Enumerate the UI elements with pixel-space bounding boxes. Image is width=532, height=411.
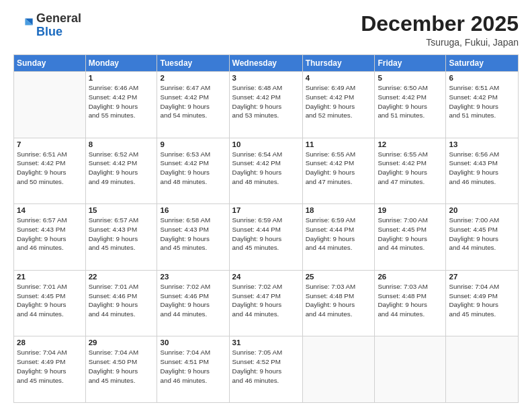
calendar-day-cell: 5Sunrise: 6:50 AM Sunset: 4:42 PM Daylig…: [375, 72, 446, 138]
logo-icon: [15, 15, 34, 34]
day-of-week-header: Wednesday: [229, 55, 302, 72]
calendar-day-cell: [14, 72, 86, 138]
calendar-day-cell: 21Sunrise: 7:01 AM Sunset: 4:45 PM Dayli…: [14, 270, 86, 336]
day-number: 30: [160, 338, 226, 347]
day-info: Sunrise: 7:03 AM Sunset: 4:48 PM Dayligh…: [306, 282, 372, 319]
day-of-week-header: Friday: [375, 55, 446, 72]
day-info: Sunrise: 6:54 AM Sunset: 4:42 PM Dayligh…: [232, 150, 300, 187]
calendar-day-cell: 27Sunrise: 7:04 AM Sunset: 4:49 PM Dayli…: [446, 270, 519, 336]
day-info: Sunrise: 6:58 AM Sunset: 4:43 PM Dayligh…: [160, 216, 226, 253]
day-info: Sunrise: 6:52 AM Sunset: 4:42 PM Dayligh…: [89, 150, 154, 187]
day-info: Sunrise: 6:47 AM Sunset: 4:42 PM Dayligh…: [160, 83, 226, 120]
day-info: Sunrise: 6:57 AM Sunset: 4:43 PM Dayligh…: [17, 216, 83, 253]
calendar-day-cell: 22Sunrise: 7:01 AM Sunset: 4:46 PM Dayli…: [85, 270, 157, 336]
day-info: Sunrise: 6:59 AM Sunset: 4:44 PM Dayligh…: [232, 216, 300, 253]
calendar-day-cell: 30Sunrise: 7:04 AM Sunset: 4:51 PM Dayli…: [157, 336, 229, 403]
calendar-day-cell: 15Sunrise: 6:57 AM Sunset: 4:43 PM Dayli…: [85, 204, 157, 271]
day-info: Sunrise: 6:53 AM Sunset: 4:42 PM Dayligh…: [160, 150, 226, 187]
calendar-day-cell: 28Sunrise: 7:04 AM Sunset: 4:49 PM Dayli…: [14, 336, 86, 403]
day-info: Sunrise: 6:57 AM Sunset: 4:43 PM Dayligh…: [89, 216, 154, 253]
calendar-day-cell: 14Sunrise: 6:57 AM Sunset: 4:43 PM Dayli…: [14, 204, 86, 271]
day-info: Sunrise: 7:04 AM Sunset: 4:51 PM Dayligh…: [160, 348, 226, 385]
day-number: 4: [306, 74, 372, 82]
day-info: Sunrise: 6:48 AM Sunset: 4:42 PM Dayligh…: [232, 83, 300, 120]
day-number: 10: [232, 140, 300, 148]
calendar-week-row: 1Sunrise: 6:46 AM Sunset: 4:42 PM Daylig…: [14, 72, 519, 138]
day-info: Sunrise: 7:00 AM Sunset: 4:45 PM Dayligh…: [378, 216, 443, 253]
calendar-day-cell: 25Sunrise: 7:03 AM Sunset: 4:48 PM Dayli…: [302, 270, 375, 336]
page: General Blue December 2025 Tsuruga, Fuku…: [0, 0, 532, 411]
day-number: 16: [160, 206, 226, 214]
month-title: December 2025: [361, 12, 519, 36]
day-number: 12: [378, 140, 443, 148]
calendar-week-row: 7Sunrise: 6:51 AM Sunset: 4:42 PM Daylig…: [14, 138, 519, 204]
calendar-day-cell: 3Sunrise: 6:48 AM Sunset: 4:42 PM Daylig…: [229, 72, 302, 138]
calendar-table: SundayMondayTuesdayWednesdayThursdayFrid…: [13, 54, 519, 403]
calendar-day-cell: 16Sunrise: 6:58 AM Sunset: 4:43 PM Dayli…: [157, 204, 229, 271]
calendar-day-cell: [446, 336, 519, 403]
day-info: Sunrise: 7:04 AM Sunset: 4:49 PM Dayligh…: [17, 348, 83, 385]
day-number: 22: [89, 273, 154, 281]
day-info: Sunrise: 7:02 AM Sunset: 4:47 PM Dayligh…: [232, 282, 300, 319]
calendar-day-cell: 10Sunrise: 6:54 AM Sunset: 4:42 PM Dayli…: [229, 138, 302, 204]
day-info: Sunrise: 6:59 AM Sunset: 4:44 PM Dayligh…: [306, 216, 372, 253]
day-of-week-header: Thursday: [302, 55, 375, 72]
day-info: Sunrise: 6:51 AM Sunset: 4:42 PM Dayligh…: [17, 150, 83, 187]
day-number: 15: [89, 206, 154, 214]
day-info: Sunrise: 6:55 AM Sunset: 4:42 PM Dayligh…: [378, 150, 443, 187]
calendar-header-row: SundayMondayTuesdayWednesdayThursdayFrid…: [14, 55, 519, 72]
logo-blue-text: Blue: [36, 25, 62, 38]
calendar-day-cell: 13Sunrise: 6:56 AM Sunset: 4:43 PM Dayli…: [446, 138, 519, 204]
calendar-day-cell: 11Sunrise: 6:55 AM Sunset: 4:42 PM Dayli…: [302, 138, 375, 204]
day-info: Sunrise: 7:05 AM Sunset: 4:52 PM Dayligh…: [232, 348, 300, 385]
day-number: 20: [449, 206, 515, 214]
day-info: Sunrise: 7:01 AM Sunset: 4:46 PM Dayligh…: [89, 282, 154, 319]
calendar-day-cell: 26Sunrise: 7:03 AM Sunset: 4:48 PM Dayli…: [375, 270, 446, 336]
day-number: 21: [17, 273, 83, 281]
day-number: 19: [378, 206, 443, 214]
day-number: 25: [306, 273, 372, 281]
day-number: 14: [17, 206, 83, 214]
day-number: 8: [89, 140, 154, 148]
day-number: 6: [449, 74, 515, 82]
day-number: 7: [17, 140, 83, 148]
calendar-day-cell: 19Sunrise: 7:00 AM Sunset: 4:45 PM Dayli…: [375, 204, 446, 271]
calendar-day-cell: 29Sunrise: 7:04 AM Sunset: 4:50 PM Dayli…: [85, 336, 157, 403]
logo-general-text: General: [36, 11, 81, 25]
calendar-day-cell: 6Sunrise: 6:51 AM Sunset: 4:42 PM Daylig…: [446, 72, 519, 138]
day-number: 9: [160, 140, 226, 148]
day-info: Sunrise: 6:49 AM Sunset: 4:42 PM Dayligh…: [306, 83, 372, 120]
calendar-day-cell: [302, 336, 375, 403]
day-of-week-header: Monday: [85, 55, 157, 72]
day-info: Sunrise: 6:51 AM Sunset: 4:42 PM Dayligh…: [449, 83, 515, 120]
day-number: 17: [232, 206, 300, 214]
day-info: Sunrise: 7:00 AM Sunset: 4:45 PM Dayligh…: [449, 216, 515, 253]
day-number: 18: [306, 206, 372, 214]
day-info: Sunrise: 7:04 AM Sunset: 4:50 PM Dayligh…: [89, 348, 154, 385]
calendar-week-row: 14Sunrise: 6:57 AM Sunset: 4:43 PM Dayli…: [14, 204, 519, 271]
title-block: December 2025 Tsuruga, Fukui, Japan: [361, 12, 519, 48]
day-number: 31: [232, 338, 300, 347]
day-of-week-header: Sunday: [14, 55, 86, 72]
header: General Blue December 2025 Tsuruga, Fuku…: [13, 12, 519, 48]
calendar-day-cell: 8Sunrise: 6:52 AM Sunset: 4:42 PM Daylig…: [85, 138, 157, 204]
calendar-day-cell: 7Sunrise: 6:51 AM Sunset: 4:42 PM Daylig…: [14, 138, 86, 204]
calendar-day-cell: 4Sunrise: 6:49 AM Sunset: 4:42 PM Daylig…: [302, 72, 375, 138]
calendar-day-cell: 1Sunrise: 6:46 AM Sunset: 4:42 PM Daylig…: [85, 72, 157, 138]
day-info: Sunrise: 6:46 AM Sunset: 4:42 PM Dayligh…: [89, 83, 154, 120]
logo: General Blue: [13, 12, 81, 39]
day-info: Sunrise: 6:50 AM Sunset: 4:42 PM Dayligh…: [378, 83, 443, 120]
calendar-day-cell: 18Sunrise: 6:59 AM Sunset: 4:44 PM Dayli…: [302, 204, 375, 271]
day-number: 23: [160, 273, 226, 281]
day-number: 2: [160, 74, 226, 82]
day-info: Sunrise: 7:01 AM Sunset: 4:45 PM Dayligh…: [17, 282, 83, 319]
location-text: Tsuruga, Fukui, Japan: [361, 37, 519, 48]
day-number: 26: [378, 273, 443, 281]
day-number: 24: [232, 273, 300, 281]
day-number: 28: [17, 338, 83, 347]
day-of-week-header: Saturday: [446, 55, 519, 72]
day-info: Sunrise: 6:56 AM Sunset: 4:43 PM Dayligh…: [449, 150, 515, 187]
day-number: 29: [89, 338, 154, 347]
calendar-day-cell: 9Sunrise: 6:53 AM Sunset: 4:42 PM Daylig…: [157, 138, 229, 204]
day-number: 13: [449, 140, 515, 148]
